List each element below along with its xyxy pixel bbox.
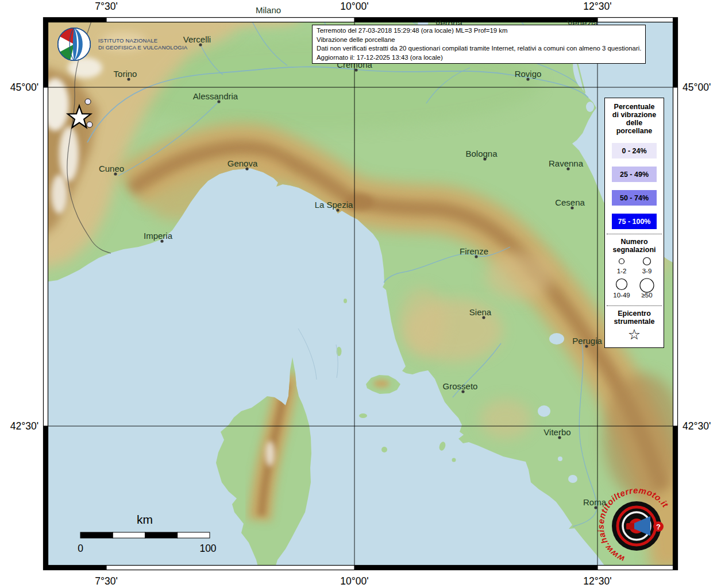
observation-dot [85,99,91,105]
signal-size-circle [640,278,654,292]
signal-size-label: 3-9 [642,268,652,274]
city-dot [245,167,248,170]
legend-epicenter-title-line: Epicentro [605,310,664,318]
city-dot [570,206,573,209]
legend: Percentualedi vibrazionedelleporcellane0… [604,98,664,348]
signal-size-circle [619,259,624,264]
city-dot [160,239,163,242]
coordinate-label-bottom: 12°30' [583,575,611,587]
ingv-globe-icon [55,25,93,63]
city-dot [199,43,202,46]
megaphone-handle-icon [626,523,635,529]
coordinate-label-top: 7°30' [95,1,118,13]
scale-unit-label: km [137,513,153,527]
coordinate-label-right: 42°30' [683,420,711,432]
earthquake-intensity-map: ? www.haisentitoilterremoto.it MilanoVer… [0,0,721,588]
city-dot [217,100,220,103]
city-dot [336,208,339,211]
map-area: ? www.haisentitoilterremoto.it [34,11,684,573]
legend-class-swatch: 50 - 74% [612,190,657,206]
scale-end-label: 100 [199,543,216,555]
legend-class-swatch: 75 - 100% [612,214,657,229]
legend-title-line: di vibrazione [605,111,664,119]
signal-size-circle [643,258,651,265]
coordinate-label-top: 10°00' [340,1,368,13]
legend-title-line: Percentuale [605,103,664,111]
coordinate-label-right: 45°00' [683,82,711,94]
observation-dot [87,122,92,127]
info-line: Dati non verificati estratti da 20 quest… [317,44,641,53]
city-dot [526,78,529,80]
legend-title-line: porcellane [605,127,664,135]
city-dot [585,345,588,347]
info-line: Terremoto del 27-03-2018 15:29:48 (ora l… [317,26,641,36]
signal-size-label: 1-2 [617,268,627,274]
info-line: Vibrazione delle porcellane [317,36,641,45]
ingv-logo: ISTITUTO NAZIONALE DI GEOFISICA E VULCAN… [55,25,187,63]
city-dot [475,255,477,258]
signal-size-key: 1-23-910-49≥50 [606,254,663,299]
scale-bar [80,532,210,538]
coordinate-label-top: 12°30' [583,1,611,13]
info-line: Aggiornato il: 17-12-2025 13:43 (ora loc… [317,53,641,63]
coordinate-label-bottom: 10°00' [340,575,368,587]
legend-class-swatch: 0 - 24% [612,143,657,158]
city-dot [483,157,486,160]
scale-start-label: 0 [78,543,83,555]
city-dot [594,506,597,509]
legend-epicenter-title-line: strumentale [605,318,664,326]
epicenter-star-symbol: ☆ [605,326,664,343]
city-dot [461,390,464,393]
city-dot [114,172,117,175]
ingv-name-line1: ISTITUTO NAZIONALE [98,37,187,44]
ingv-name: ISTITUTO NAZIONALE DI GEOFISICA E VULCAN… [98,37,187,51]
legend-separator [607,305,662,306]
coordinate-label-left: 42°30' [0,420,38,432]
signal-size-circle [616,279,627,290]
legend-class-swatch: 25 - 49% [612,167,657,182]
city-dot [354,68,357,71]
legend-signals-title-line: segnalazioni [605,246,664,254]
city-dot [558,436,561,439]
coordinate-label-bottom: 7°30' [95,575,118,587]
legend-title-line: delle [605,119,664,127]
legend-separator [607,234,662,234]
signal-size-label: 10-49 [613,292,630,299]
city-dot [127,78,130,80]
event-info-box: Terremoto del 27-03-2018 15:29:48 (ora l… [312,25,646,64]
signal-size-label: ≥50 [641,292,652,299]
legend-signals-title-line: Numero [605,238,664,246]
coordinate-label-left: 45°00' [0,82,38,94]
question-badge-text: ? [656,523,661,531]
city-dot [482,316,485,319]
city-dot [566,167,569,170]
ingv-name-line2: DI GEOFISICA E VULCANOLOGIA [98,44,187,51]
